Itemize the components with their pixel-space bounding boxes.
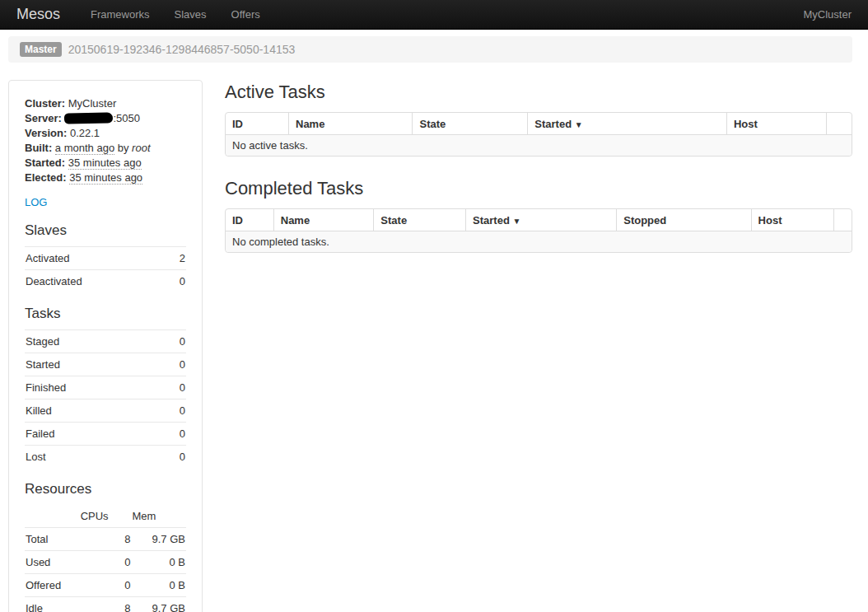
stat-value: 0: [161, 446, 186, 469]
table-row: Used 0 0 B: [25, 551, 186, 574]
built-info-line: Built: a month ago by root: [25, 141, 186, 156]
stat-value: 9.7 GB: [131, 528, 186, 551]
completed-tasks-table: ID Name State Started ▼ Stopped Host No …: [225, 208, 852, 253]
stat-value: 0: [161, 330, 186, 353]
stat-label: Total: [25, 528, 80, 551]
stat-label: Finished: [25, 376, 161, 399]
server-info-line: Server: :5050: [25, 111, 186, 126]
col-header-started[interactable]: Started ▼: [465, 209, 616, 231]
started-info-line: Started: 35 minutes ago: [25, 156, 186, 171]
col-header-state[interactable]: State: [373, 209, 465, 231]
stat-value: 0 B: [131, 551, 186, 574]
stat-value: 9.7 GB: [131, 597, 186, 612]
col-header-stopped[interactable]: Stopped: [616, 209, 750, 231]
started-time: 35 minutes ago: [68, 157, 142, 170]
col-header-name[interactable]: Name: [288, 113, 412, 134]
nav-item-frameworks[interactable]: Frameworks: [78, 0, 162, 29]
stat-value: 0: [161, 353, 186, 376]
col-header-actions: [833, 209, 852, 231]
stat-label: Used: [25, 551, 80, 574]
stat-value: 0: [80, 574, 132, 597]
stat-label: Offered: [25, 574, 80, 597]
stat-value: 0: [167, 270, 186, 293]
sort-descending-icon: ▼: [575, 120, 583, 129]
empty-state-text: No completed tasks.: [226, 231, 852, 252]
sidebar-panel: Cluster: MyCluster Server: :5050 Version…: [8, 80, 203, 612]
stat-value: 2: [167, 247, 186, 270]
stat-value: 0 B: [131, 574, 186, 597]
server-label: Server:: [25, 112, 62, 124]
built-user: root: [132, 142, 150, 154]
cluster-label: Cluster:: [25, 97, 65, 110]
built-label: Built:: [25, 142, 52, 154]
table-header-row: ID Name State Started ▼ Stopped Host: [226, 209, 852, 231]
resources-header-blank: [25, 505, 80, 528]
master-id: 20150619-192346-1298446857-5050-14153: [68, 43, 296, 56]
col-header-name[interactable]: Name: [273, 209, 374, 231]
col-header-state[interactable]: State: [412, 113, 527, 134]
stat-label: Activated: [25, 247, 167, 270]
col-header-host[interactable]: Host: [751, 209, 833, 231]
resources-table: CPUs Mem Total 8 9.7 GB Used 0 0 B: [25, 505, 186, 612]
stat-label: Failed: [25, 423, 161, 446]
elected-time: 35 minutes ago: [69, 171, 142, 185]
table-row: Offered 0 0 B: [25, 574, 186, 597]
table-row: Staged 0: [25, 330, 186, 353]
version-value: 0.22.1: [70, 127, 100, 139]
col-header-actions: [826, 113, 852, 134]
built-by: by: [118, 142, 129, 154]
nav-item-slaves[interactable]: Slaves: [162, 0, 219, 29]
col-header-started[interactable]: Started ▼: [527, 113, 726, 134]
nav-items: Frameworks Slaves Offers: [78, 0, 273, 29]
stat-label: Lost: [25, 446, 161, 469]
table-row: Finished 0: [25, 376, 186, 399]
resources-header-mem: Mem: [131, 505, 186, 528]
stat-value: 8: [80, 528, 132, 551]
col-header-id[interactable]: ID: [226, 209, 273, 231]
tasks-section-title: Tasks: [25, 306, 186, 322]
log-link[interactable]: LOG: [25, 196, 47, 208]
active-tasks-table: ID Name State Started ▼ Host No active t…: [225, 112, 852, 157]
stat-value: 0: [161, 423, 186, 446]
tasks-stat-table: Staged 0 Started 0 Finished 0 Killed 0: [25, 329, 186, 468]
built-time: a month ago: [55, 142, 114, 155]
cluster-value: MyCluster: [68, 97, 117, 110]
col-header-host[interactable]: Host: [726, 113, 826, 134]
resources-section-title: Resources: [25, 481, 186, 498]
version-info-line: Version: 0.22.1: [25, 126, 186, 141]
sort-descending-icon: ▼: [512, 217, 520, 226]
slaves-section-title: Slaves: [25, 222, 186, 239]
col-header-id[interactable]: ID: [226, 113, 288, 134]
empty-state-text: No active tasks.: [226, 134, 852, 156]
top-navbar: Mesos Frameworks Slaves Offers MyCluster: [0, 0, 868, 30]
stat-value: 8: [80, 597, 132, 612]
slaves-stat-table: Activated 2 Deactivated 0: [25, 246, 186, 292]
stat-label: Deactivated: [25, 270, 167, 293]
col-header-started-label: Started: [473, 214, 510, 227]
started-label: Started:: [25, 157, 65, 169]
empty-state-row: No active tasks.: [226, 134, 852, 156]
breadcrumb: Master 20150619-192346-1298446857-5050-1…: [8, 36, 852, 63]
nav-item-offers[interactable]: Offers: [219, 0, 273, 29]
master-badge: Master: [20, 42, 62, 57]
server-port: :5050: [113, 112, 140, 124]
table-row: Idle 8 9.7 GB: [25, 597, 186, 612]
stat-value: 0: [80, 551, 132, 574]
main-content: Active Tasks ID Name State Started ▼ Hos…: [225, 80, 852, 274]
elected-info-line: Elected: 35 minutes ago: [25, 171, 186, 185]
table-row: CPUs Mem: [25, 505, 186, 528]
stat-value: 0: [161, 399, 186, 423]
stat-value: 0: [161, 376, 186, 399]
cluster-info-line: Cluster: MyCluster: [25, 96, 186, 111]
table-row: Failed 0: [25, 423, 186, 446]
resources-header-cpus: CPUs: [80, 505, 132, 528]
stat-label: Staged: [25, 330, 161, 353]
table-row: Lost 0: [25, 446, 186, 469]
col-header-started-label: Started: [534, 118, 572, 130]
redacted-server-address: [64, 112, 113, 124]
active-tasks-title: Active Tasks: [225, 82, 852, 103]
table-row: Deactivated 0: [25, 270, 186, 293]
brand-mesos[interactable]: Mesos: [16, 6, 60, 23]
empty-state-row: No completed tasks.: [226, 231, 852, 252]
table-row: Started 0: [25, 353, 186, 376]
